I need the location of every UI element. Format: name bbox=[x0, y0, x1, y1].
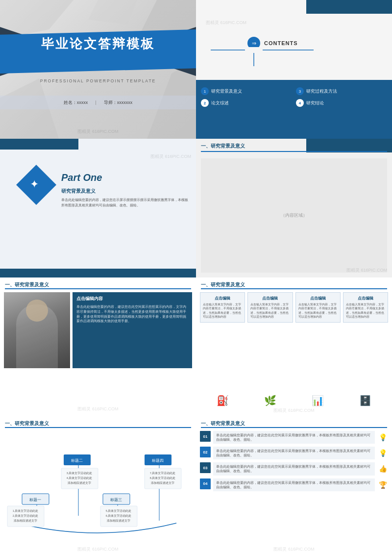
header-5: 一、研究背景及意义 bbox=[5, 281, 49, 288]
item-label-2: 论文综述 bbox=[211, 100, 229, 106]
item-num-2: 2 bbox=[201, 99, 209, 107]
watermark-6: 图精灵 616PIC.COM bbox=[273, 407, 314, 414]
svg-text:3.具体文字活动此处: 3.具体文字活动此处 bbox=[67, 471, 93, 475]
item-1: 1 研究背景及意义 bbox=[201, 87, 292, 95]
numbered-items: 01 单击此处编辑您要的内容，建议您在此空间展示采用微软雅黑字体，本模板所有图形… bbox=[200, 431, 388, 494]
card-1: 点击编辑 点击输入简单文字内容，文字内容尽量简洁，不用做太多描述，当然如果有必要… bbox=[200, 292, 245, 323]
slide-title: 毕业论文答辩模板 PROFESSIONAL POWERPOINT TEMPLAT… bbox=[0, 0, 196, 139]
card-3: 点击编辑 点击输入简单文字内容，文字内容尽量简洁，不用做太多描述，当然如果有必要… bbox=[295, 292, 341, 323]
slide-numbered: 一、研究背景及意义 01 单击此处编辑您要的内容，建议您在此空间展示采用微软雅黑… bbox=[196, 416, 392, 554]
header-line-7 bbox=[5, 427, 191, 428]
header-6: 一、研究背景及意义 bbox=[201, 281, 245, 288]
watermark-8: 图精灵 616PIC.COM bbox=[273, 546, 314, 553]
svg-marker-4 bbox=[88, 0, 137, 25]
header-8: 一、研究背景及意义 bbox=[201, 420, 245, 427]
name-label: 姓名：xxxxx bbox=[64, 100, 88, 106]
side-icon-4: 🏆 bbox=[377, 478, 388, 491]
slide-cards: 一、研究背景及意义 点击编辑 点击输入简单文字内容，文字内容尽量简洁，不用做太多… bbox=[196, 277, 392, 416]
svg-rect-8 bbox=[245, 47, 263, 53]
item-num-3: 3 bbox=[296, 87, 304, 95]
item-label-4: 研究结论 bbox=[306, 100, 324, 106]
header-line-6 bbox=[201, 288, 387, 289]
icon-oil: ⛽ bbox=[200, 395, 245, 406]
items-grid: 1 研究背景及意义 3 研究过程及方法 2 论文综述 4 研究结论 bbox=[201, 87, 387, 107]
slide-mindmap: 一、研究背景及意义 标题二 标题四 标题一 标题三 1.具体文字活动此处 2.具… bbox=[0, 416, 196, 554]
header-line-5 bbox=[5, 288, 191, 289]
header-line-4 bbox=[201, 151, 387, 152]
svg-text:标题四: 标题四 bbox=[151, 458, 164, 463]
svg-text:5.具体文字活动此处: 5.具体文字活动此处 bbox=[106, 509, 132, 512]
num-text-2: 单击此处编辑您要的内容，建议您在此空间展示采用微软雅黑字体，本模板所有图形及其相… bbox=[213, 447, 375, 459]
items-section: 1 研究背景及意义 3 研究过程及方法 2 论文综述 4 研究结论 bbox=[196, 80, 392, 139]
card-2: 点击编辑 点击输入简单文字内容，文字内容尽量简洁，不用做太多描述，当然如果有必要… bbox=[247, 292, 293, 323]
mindmap-svg: 标题二 标题四 标题一 标题三 1.具体文字活动此处 2.具体文字活动此处 添加… bbox=[2, 430, 194, 538]
feather-icon: ✦ bbox=[30, 178, 39, 191]
card-4: 点击编辑 点击输入简单文字内容，文字内容尽量简洁，不用做太多描述，当然如果有必要… bbox=[343, 292, 388, 323]
card-title-1: 点击编辑 bbox=[203, 296, 242, 301]
text-box-5: 点击编辑内容 单击此处编辑您要的内容，建议您在此空间展示您想展示的内容，文字内容… bbox=[73, 292, 192, 368]
svg-text:添加相应描述文字: 添加相应描述文字 bbox=[151, 481, 174, 484]
svg-text:标题一: 标题一 bbox=[29, 498, 41, 502]
watermark-7: 图精灵 616PIC.COM bbox=[77, 546, 118, 553]
section-desc: 单击此处编辑您要的内容，建议您在示屏示摆摆摆示摆示采用微软雅黑字体，本模板所有图… bbox=[61, 198, 191, 208]
presentation-grid: 毕业论文答辩模板 PROFESSIONAL POWERPOINT TEMPLAT… bbox=[0, 0, 392, 554]
item-label-1: 研究背景及意义 bbox=[211, 88, 242, 95]
num-item-4: 04 单击此处编辑您要的内容，建议您在此空间展示采用微软雅黑字体，本模板所有图形… bbox=[200, 478, 388, 491]
top-bar-4 bbox=[306, 139, 392, 152]
bottom-bar-3 bbox=[0, 269, 196, 277]
item-num-4: 4 bbox=[296, 99, 304, 107]
top-bar-3 bbox=[0, 139, 78, 150]
cards-grid: 点击编辑 点击输入简单文字内容，文字内容尽量简洁，不用做太多描述，当然如果有必要… bbox=[200, 292, 388, 323]
card-title-2: 点击编辑 bbox=[250, 296, 290, 301]
watermark-3: 图精灵 616PIC.COM bbox=[150, 153, 191, 160]
info-bar: 姓名：xxxxx | 导师：xxxxxxx bbox=[0, 96, 196, 109]
num-text-1: 单击此处编辑您要的内容，建议您在此空间展示采用微软雅黑字体，本模板所有图形及其相… bbox=[213, 431, 375, 444]
watermark-5: 图精灵 616PIC.COM bbox=[77, 406, 118, 412]
card-title-4: 点击编辑 bbox=[346, 296, 385, 301]
header-4: 一、研究背景及意义 bbox=[201, 143, 245, 150]
item-2: 2 论文综述 bbox=[201, 99, 292, 107]
card-text-4: 点击输入简单文字内容，文字内容尽量简洁，不用做太多描述，当然如果有必要，当然也可… bbox=[346, 302, 385, 319]
tutor-label: 导师：xxxxxxx bbox=[104, 100, 133, 106]
icon-db: 🗄️ bbox=[343, 395, 388, 406]
person-photo bbox=[4, 292, 70, 368]
num-text-4: 单击此处编辑您要的内容，建议您在此空间展示采用微软雅黑字体，本模板所有图形及其相… bbox=[213, 478, 375, 491]
num-badge-3: 03 bbox=[200, 462, 211, 473]
item-3: 3 研究过程及方法 bbox=[296, 87, 387, 95]
num-item-3: 03 单击此处编辑您要的内容，建议您在此空间展示采用微软雅黑字体，本模板所有图形… bbox=[200, 462, 388, 475]
person-head bbox=[26, 300, 48, 322]
item-4: 4 研究结论 bbox=[296, 99, 387, 107]
svg-text:7.具体文字活动此处: 7.具体文字活动此处 bbox=[150, 471, 176, 475]
slide-section-header-2: 一、研究背景及意义 （内容区域） 图精灵 616PIC.COM bbox=[196, 139, 392, 277]
subtitle: PROFESSIONAL POWERPOINT TEMPLATE bbox=[0, 78, 196, 83]
num-badge-2: 02 bbox=[200, 447, 211, 457]
svg-text:4.具体文字活动此处: 4.具体文字活动此处 bbox=[67, 476, 93, 479]
part-label: Part One bbox=[61, 172, 102, 183]
text-title-5: 点击编辑内容 bbox=[76, 296, 188, 302]
item-label-3: 研究过程及方法 bbox=[306, 88, 337, 95]
slide-part-one: ✦ Part One 研究背景及意义 单击此处编辑您要的内容，建议您在示屏示摆摆… bbox=[0, 139, 196, 277]
section-title-3: 研究背景及意义 bbox=[61, 188, 96, 195]
svg-text:标题三: 标题三 bbox=[110, 498, 122, 502]
num-text-3: 单击此处编辑您要的内容，建议您在此空间展示采用微软雅黑字体，本模板所有图形及其相… bbox=[213, 462, 375, 475]
slide-photo: 一、研究背景及意义 点击编辑内容 单击此处编辑您要的内容，建议您在此空间展示您想… bbox=[0, 277, 196, 416]
header-line-8 bbox=[201, 427, 387, 428]
svg-text:添加相应描述文字: 添加相应描述文字 bbox=[14, 519, 37, 522]
placeholder-4: （内容区域） bbox=[201, 158, 387, 273]
side-icon-2: 💡 bbox=[377, 447, 388, 459]
connecting-lines bbox=[196, 0, 392, 88]
num-item-2: 02 单击此处编辑您要的内容，建议您在此空间展示采用微软雅黑字体，本模板所有图形… bbox=[200, 447, 388, 459]
photo-container bbox=[4, 292, 70, 368]
text-desc-5: 单击此处编辑您要的内容，建议您在此空间展示您想展示的内容，文字内容尽量保持简洁，… bbox=[76, 304, 188, 324]
svg-text:添加相应描述文字: 添加相应描述文字 bbox=[107, 519, 130, 522]
svg-text:1.具体文字活动此处: 1.具体文字活动此处 bbox=[13, 509, 39, 512]
side-icon-1: 💡 bbox=[377, 431, 388, 444]
svg-text:标题二: 标题二 bbox=[71, 458, 83, 463]
card-text-1: 点击输入简单文字内容，文字内容尽量简洁，不用做太多描述，当然如果有必要，当然也可… bbox=[203, 302, 242, 319]
num-item-1: 01 单击此处编辑您要的内容，建议您在此空间展示采用微软雅黑字体，本模板所有图形… bbox=[200, 431, 388, 444]
icon-leaf: 🌿 bbox=[247, 395, 293, 406]
svg-text:8.具体文字活动此处: 8.具体文字活动此处 bbox=[150, 476, 176, 479]
item-num-1: 1 bbox=[201, 87, 209, 95]
card-text-2: 点击输入简单文字内容，文字内容尽量简洁，不用做太多描述，当然如果有必要，当然也可… bbox=[250, 302, 290, 319]
divider: | bbox=[95, 100, 96, 105]
